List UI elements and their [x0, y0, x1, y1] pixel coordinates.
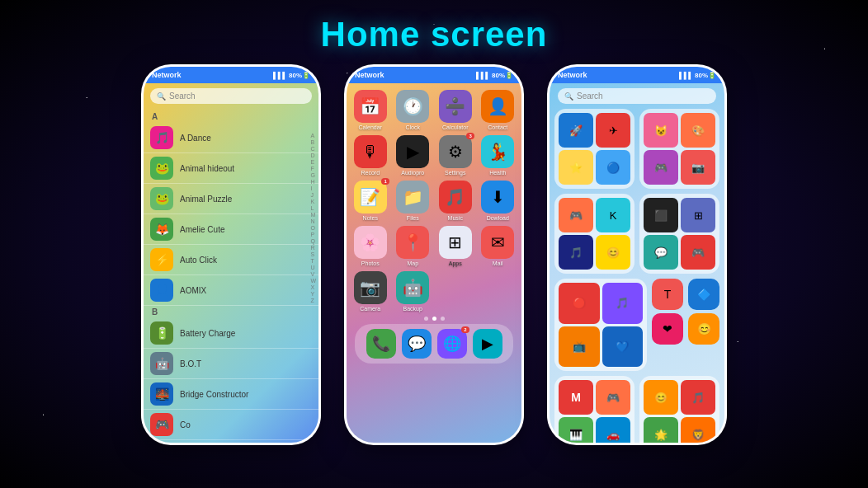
app-name-aomix: AOMIX — [180, 286, 206, 295]
camera-label: Camera — [360, 306, 380, 312]
phone-right: Network ▌▌▌ 80%🔋 🔍 Search 🚀 ✈ ⭐ 🔵 — [547, 64, 727, 445]
grid-app-files[interactable]: 📁 Files — [394, 181, 432, 221]
network-label: Network — [152, 71, 182, 79]
settings-badge: 3 — [466, 133, 474, 139]
single-blue[interactable]: 🔷 — [688, 279, 719, 310]
grid-app-calc[interactable]: ➗ Calculator — [436, 90, 474, 130]
fi-kaka: K — [596, 198, 630, 232]
fi-m: M — [559, 380, 593, 415]
single-apps-col2: 🔷 😊 — [688, 279, 719, 371]
calc-label: Calculator — [442, 124, 469, 130]
search-bar-left[interactable]: 🔍 Search — [150, 88, 312, 104]
app-name-adance: A Dance — [180, 134, 211, 143]
grid-app-backup[interactable]: 🤖 Backup — [394, 271, 432, 312]
grid-app-mail[interactable]: ✉ Mail — [479, 226, 517, 266]
list-item[interactable]: 🌉 Bridge Constructor — [144, 379, 318, 410]
photos-label: Photos — [361, 260, 380, 266]
fi-music2: 🎵 — [559, 235, 593, 270]
list-item[interactable]: 🦊 Amelie Cute — [144, 214, 318, 245]
fi-s1: 😊 — [644, 380, 678, 415]
app-icon-aomix: 👤 — [150, 279, 173, 302]
fi-r3: 📺 — [559, 326, 600, 368]
list-item[interactable]: 🤖 B.O.T — [144, 349, 318, 379]
dock-phone[interactable]: 📞 — [366, 329, 396, 359]
grid-app-download[interactable]: ⬇ Dowload — [479, 181, 517, 221]
apps-icon: ⊞ — [439, 226, 472, 259]
center-screen: 📅 Calendar 🕐 Clock ➗ Calculator 👤 Contac… — [347, 83, 521, 443]
grid-app-photos[interactable]: 🌸 Photos — [351, 226, 389, 266]
dock-browser[interactable]: 🌐2 — [437, 329, 467, 359]
dock-messages[interactable]: 💬 — [402, 329, 432, 359]
list-item[interactable]: ⚡ Auto Click — [144, 245, 318, 275]
single-smile[interactable]: 😊 — [688, 313, 719, 345]
grid-app-health[interactable]: 💃 Health — [479, 135, 517, 176]
folder-grid-row1: 🚀 ✈ ⭐ 🔵 😺 🎨 🎮 📷 — [554, 109, 719, 189]
folder-3[interactable]: 🎮 K 🎵 😊 — [554, 194, 634, 274]
fi-m2: 🎮 — [596, 380, 630, 415]
download-label: Dowload — [487, 215, 509, 221]
app-icon-autoclick: ⚡ — [150, 248, 173, 271]
grid-app-camera[interactable]: 📷 Camera — [351, 271, 389, 312]
left-screen: 🔍 Search A 🎵 A Dance 🐸 Animal hideout 🐸 … — [144, 83, 318, 443]
dot-3 — [441, 317, 445, 321]
search-bar-right[interactable]: 🔍 Search — [558, 88, 716, 104]
signal-icon-r: ▌▌▌ — [679, 72, 693, 79]
browser-badge: 2 — [461, 326, 469, 333]
grid-app-calendar[interactable]: 📅 Calendar — [351, 90, 389, 130]
app-icon-amelie: 🦊 — [150, 218, 173, 241]
app-list: A 🎵 A Dance 🐸 Animal hideout 🐸 Animal Pu… — [144, 109, 318, 442]
grid-app-apps[interactable]: ⊞ Apps — [436, 226, 474, 266]
status-icons-r: ▌▌▌ 80%🔋 — [679, 72, 716, 79]
list-item[interactable]: 🔋 Battery Charge — [144, 318, 318, 349]
single-heart[interactable]: ❤ — [652, 313, 683, 345]
list-item[interactable]: 🐸 Animal hideout — [144, 153, 318, 184]
grid-app-music[interactable]: 🎵 Music — [436, 181, 474, 221]
folder-m[interactable]: M 🎮 🎹 🚗 — [554, 376, 634, 443]
health-label: Health — [489, 170, 506, 176]
folder-row4: M 🎮 🎹 🚗 😊 🎵 🌟 🦁 — [554, 376, 719, 443]
folder-2-inner: 😺 🎨 🎮 📷 — [644, 113, 715, 185]
map-label: Map — [407, 260, 418, 266]
fi-game: 🎮 — [644, 150, 678, 185]
folder-songs-inner: 😊 🎵 🌟 🦁 — [644, 380, 715, 443]
notes-label: Notes — [363, 215, 378, 221]
dock-store[interactable]: ▶ — [473, 329, 502, 359]
alphabet-scroll[interactable]: ABC DEF GHI JKL MNO PQR STU VWX YZ — [310, 133, 316, 303]
grid-app-clock[interactable]: 🕐 Clock — [394, 90, 432, 130]
dock: 📞 💬 🌐2 ▶ — [355, 324, 513, 364]
grid-app-record[interactable]: 🎙 Record — [351, 135, 389, 176]
list-item-co[interactable]: 🎮 Co — [144, 410, 318, 440]
grid-app-map[interactable]: 📍 Map — [394, 226, 432, 266]
fi-r2: 🎵 — [602, 283, 644, 324]
record-label: Record — [361, 170, 380, 176]
list-item[interactable]: 🎵 A Dance — [144, 123, 318, 153]
fi-grid: ⊞ — [681, 198, 715, 232]
grid-app-audiopro[interactable]: ▶ Audiopro — [394, 135, 432, 176]
grid-app-contact[interactable]: 👤 Contact — [479, 90, 517, 130]
app-icon-battery: 🔋 — [150, 321, 173, 345]
signal-icon: ▌▌▌ — [273, 72, 287, 79]
grid-app-notes[interactable]: 📝1 Notes — [351, 181, 389, 221]
folder-5[interactable]: 🔴 🎵 📺 💙 — [554, 279, 647, 371]
fi-circle: 🔵 — [596, 150, 630, 185]
single-ted[interactable]: T — [652, 279, 683, 310]
fi-s4: 🦁 — [681, 417, 715, 443]
app-grid-row2: 🎙 Record ▶ Audiopro ⚙3 Settings 💃 Health — [351, 135, 517, 176]
folder-2[interactable]: 😺 🎨 🎮 📷 — [639, 109, 719, 189]
audiopro-icon: ▶ — [396, 135, 429, 168]
status-icons-c: ▌▌▌ 80%🔋 — [476, 72, 513, 79]
folder-4[interactable]: ⬛ ⊞ 💬 🎮 — [639, 194, 719, 274]
fi-star: ⭐ — [559, 150, 593, 185]
list-item[interactable]: 🐸 Animal Puzzle — [144, 184, 318, 214]
folder-1[interactable]: 🚀 ✈ ⭐ 🔵 — [554, 109, 634, 189]
folder-m-inner: M 🎮 🎹 🚗 — [559, 380, 630, 443]
folder-songs[interactable]: 😊 🎵 🌟 🦁 — [639, 376, 719, 443]
map-icon: 📍 — [396, 226, 429, 259]
backup-icon: 🤖 — [396, 271, 429, 304]
signal-icon-c: ▌▌▌ — [476, 72, 490, 79]
grid-app-settings[interactable]: ⚙3 Settings — [436, 135, 474, 176]
app-name-bridge: Bridge Constructor — [180, 390, 248, 399]
record-icon: 🎙 — [354, 135, 387, 168]
empty-icon1 — [439, 271, 472, 304]
list-item[interactable]: 👤 AOMIX — [144, 275, 318, 306]
